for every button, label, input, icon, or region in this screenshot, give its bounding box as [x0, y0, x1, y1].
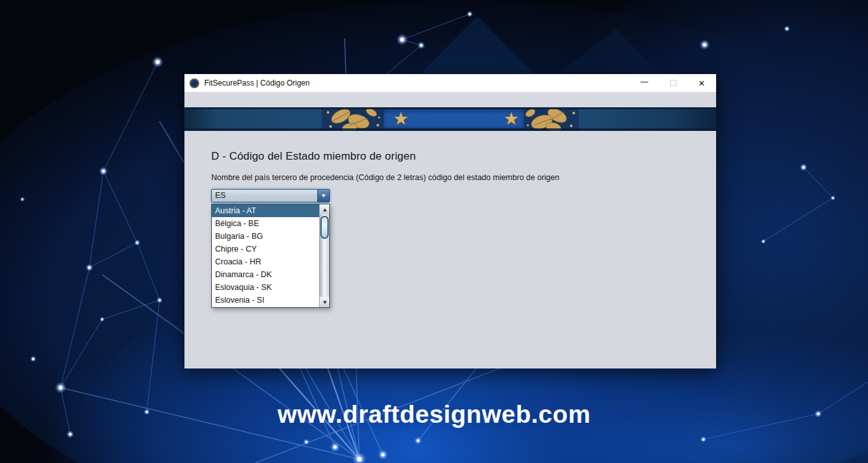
country-dropdown-popup: Austria - AT Bélgica - BE Bulgaria - BG …	[211, 204, 330, 308]
dropdown-option[interactable]: Chipre - CY	[212, 243, 319, 255]
gold-leaf-ornament	[524, 107, 579, 131]
watermark-text: www.draftdesignweb.com	[0, 400, 868, 429]
dropdown-option[interactable]: Eslovaquia - SK	[212, 281, 319, 294]
banner-edge	[184, 107, 716, 109]
gold-leaf-ornament	[322, 107, 384, 131]
country-combobox[interactable]: ES ▼	[211, 189, 330, 202]
triangle-down-icon: ▼	[322, 300, 328, 305]
scrollbar-track[interactable]: ▲ ▼	[319, 204, 329, 307]
banner-shade	[577, 107, 716, 131]
dropdown-option[interactable]: Bulgaria - BG	[212, 230, 319, 243]
combobox-value: ES	[212, 190, 317, 202]
scroll-up-button[interactable]: ▲	[320, 204, 329, 215]
gold-star-icon: ★	[393, 110, 408, 127]
close-icon: ✕	[698, 79, 705, 88]
window-controls: — ✕	[630, 74, 716, 92]
dropdown-option[interactable]: Austria - AT	[212, 204, 319, 217]
banner-image: ★ ★	[184, 107, 716, 131]
desktop: FitSecurePass | Código Origen — ✕	[0, 0, 868, 463]
chevron-down-icon: ▼	[320, 193, 327, 199]
window-title: FitSecurePass | Código Origen	[204, 79, 310, 87]
gold-star-icon: ★	[504, 110, 519, 127]
scrollbar-thumb[interactable]	[320, 216, 329, 239]
dropdown-option[interactable]: Dinamarca - DK	[212, 268, 319, 281]
dropdown-option[interactable]: Eslovenia - SI	[212, 294, 319, 307]
minimize-button[interactable]: —	[630, 74, 659, 92]
minimize-icon: —	[641, 77, 648, 86]
maximize-button[interactable]	[659, 74, 687, 92]
scroll-down-button[interactable]: ▼	[320, 297, 329, 307]
triangle-up-icon: ▲	[322, 207, 328, 213]
option-list: Austria - AT Bélgica - BE Bulgaria - BG …	[212, 204, 319, 307]
field-description: Nombre del país tercero de procedencia (…	[211, 173, 559, 182]
maximize-icon	[670, 80, 677, 86]
form-content: D - Código del Estado miembro de origen …	[184, 131, 716, 368]
title-bar[interactable]: FitSecurePass | Código Origen — ✕	[184, 74, 716, 92]
toolbar-strip	[184, 92, 716, 107]
combobox-dropdown-button[interactable]: ▼	[317, 190, 329, 202]
dropdown-option[interactable]: Bélgica - BE	[212, 217, 319, 230]
dropdown-option[interactable]: Croacia - HR	[212, 255, 319, 268]
close-button[interactable]: ✕	[687, 74, 716, 92]
page-title: D - Código del Estado miembro de origen	[211, 150, 416, 163]
app-window: FitSecurePass | Código Origen — ✕	[184, 73, 717, 368]
app-icon	[190, 79, 199, 88]
